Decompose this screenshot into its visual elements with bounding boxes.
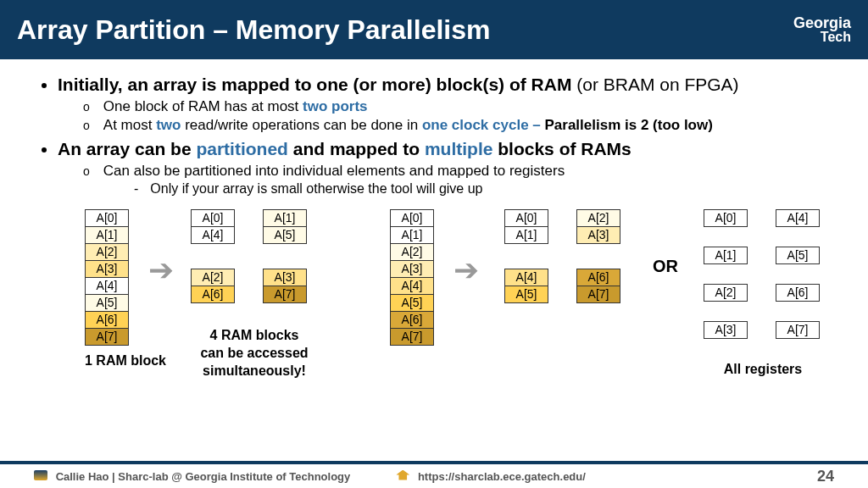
four-ram-block-3: A[2] A[6] bbox=[191, 269, 235, 303]
gt-icon bbox=[34, 470, 47, 480]
bullet-2: An array can be partitioned and mapped t… bbox=[58, 139, 834, 197]
block-ram-1: A[0] A[1] bbox=[504, 210, 548, 244]
home-icon bbox=[396, 470, 409, 480]
bullet-2-1-1: Only if your array is small otherwise th… bbox=[134, 181, 834, 197]
label-4-ram: 4 RAM blocks can be accessed simultaneou… bbox=[182, 327, 326, 380]
slide-title: Array Partition – Memory Parallelism bbox=[17, 14, 490, 46]
arrow-right-icon: ➔ bbox=[453, 252, 479, 288]
slide-footer: Callie Hao | Sharc-lab @ Georgia Institu… bbox=[0, 461, 868, 488]
or-label: OR bbox=[653, 257, 678, 276]
footer-url: https://sharclab.ece.gatech.edu/ bbox=[396, 470, 586, 483]
arrow-right-icon: ➔ bbox=[148, 252, 174, 288]
block-ram-3: A[4] A[5] bbox=[504, 269, 548, 303]
single-ram-block: A[0] A[1] A[2] A[3] A[4] A[5] A[6] A[7] … bbox=[85, 210, 166, 370]
slide-header: Array Partition – Memory Parallelism Geo… bbox=[0, 0, 868, 59]
registers-col-2: A[4] A[5] A[6] A[7] bbox=[776, 210, 820, 359]
bullet-2-1: Can also be partitioned into individual … bbox=[83, 163, 834, 197]
gatech-logo: Georgia Tech bbox=[793, 15, 851, 44]
registers-col-1: A[0] A[1] A[2] A[3] bbox=[704, 210, 748, 359]
page-number: 24 bbox=[817, 468, 834, 485]
footer-left: Callie Hao | Sharc-lab @ Georgia Institu… bbox=[34, 470, 350, 483]
label-all-registers: All registers bbox=[704, 361, 822, 379]
label-1-ram: 1 RAM block bbox=[85, 352, 166, 370]
four-ram-block-4: A[3] A[7] bbox=[263, 269, 307, 303]
bullet-1-1: One block of RAM has at most two ports bbox=[83, 98, 834, 115]
block-ram-2: A[2] A[3] bbox=[576, 210, 620, 244]
block-ram-4: A[6] A[7] bbox=[576, 269, 620, 303]
slide-body: Initially, an array is mapped to one (or… bbox=[0, 59, 868, 405]
bullet-1-2: At most two read/write operations can be… bbox=[83, 117, 834, 134]
middle-ram-block: A[0] A[1] A[2] A[3] A[4] A[5] A[6] A[7] bbox=[390, 210, 434, 346]
four-ram-block-2: A[1] A[5] bbox=[263, 210, 307, 244]
bullet-1: Initially, an array is mapped to one (or… bbox=[58, 75, 834, 134]
array-partition-diagram: A[0] A[1] A[2] A[3] A[4] A[5] A[6] A[7] … bbox=[34, 210, 834, 405]
four-ram-block-1: A[0] A[4] bbox=[191, 210, 235, 244]
